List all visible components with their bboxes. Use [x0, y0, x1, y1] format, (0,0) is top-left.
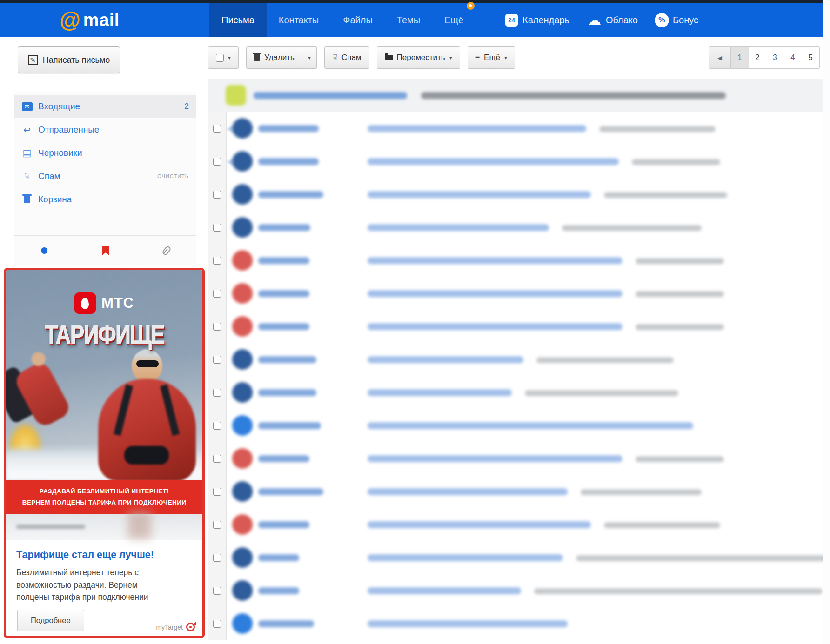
nav-tabs: Письма Контакты Файлы Темы Ещё — [209, 3, 475, 37]
more-label: Ещё — [484, 53, 500, 62]
row-gutter — [208, 244, 227, 277]
list-item[interactable] — [208, 376, 823, 409]
row-checkbox[interactable] — [213, 389, 221, 397]
row-checkbox[interactable] — [213, 587, 221, 595]
row-gutter — [208, 607, 227, 640]
tab-letters[interactable]: Письма — [209, 3, 267, 37]
list-item[interactable]: ◀ — [208, 145, 823, 178]
row-checkbox[interactable] — [213, 554, 221, 562]
subject-blurred — [421, 92, 726, 99]
preview-blurred — [581, 489, 702, 495]
row-checkbox[interactable] — [213, 356, 221, 364]
percent-icon: % — [656, 14, 668, 27]
row-checkbox[interactable] — [213, 455, 221, 463]
scrollbar-track[interactable] — [823, 0, 830, 644]
row-checkbox[interactable] — [213, 158, 221, 166]
folder-drafts[interactable]: ▤ Черновики — [14, 141, 196, 165]
row-gutter — [208, 211, 227, 244]
list-item[interactable] — [208, 409, 823, 442]
move-button[interactable]: Переместить ▾ — [377, 46, 460, 69]
avatar — [226, 85, 246, 106]
tab-more-label: Ещё — [444, 15, 463, 25]
row-checkbox[interactable] — [213, 191, 221, 199]
ad-banner[interactable]: МТС ТАРИФИЩЕ РАЗДАВАЙ БЕЗЛИМИТНЫЙ ИНТЕРН… — [4, 268, 205, 638]
list-item[interactable]: ◀ — [208, 112, 823, 145]
page-2[interactable]: 2 — [749, 47, 766, 68]
row-checkbox[interactable] — [213, 488, 221, 496]
row-checkbox[interactable] — [213, 224, 221, 232]
folder-inbox[interactable]: ✉ Входящие 2 — [14, 95, 196, 118]
list-item[interactable] — [208, 508, 823, 541]
drafts-icon: ▤ — [21, 147, 33, 159]
list-item[interactable] — [208, 541, 823, 574]
more-button[interactable]: ≡ Ещё ▾ — [468, 46, 515, 69]
tab-files[interactable]: Файлы — [331, 3, 385, 37]
tab-contacts[interactable]: Контакты — [267, 3, 331, 37]
row-checkbox[interactable] — [213, 257, 221, 265]
subject-blurred — [368, 521, 591, 528]
page-1[interactable]: 1 — [731, 47, 749, 68]
subject-blurred — [368, 455, 622, 462]
tab-more[interactable]: Ещё — [432, 3, 475, 37]
tab-themes[interactable]: Темы — [385, 3, 432, 37]
unread-filter-icon[interactable] — [41, 247, 47, 254]
row-checkbox[interactable] — [213, 323, 221, 331]
preview-blurred — [562, 225, 702, 231]
sender-blurred — [258, 521, 309, 528]
row-checkbox[interactable] — [213, 422, 221, 430]
row-checkbox[interactable] — [213, 521, 221, 529]
page-3[interactable]: 3 — [766, 47, 784, 68]
preview-blurred — [536, 357, 674, 363]
list-item[interactable] — [208, 211, 823, 244]
list-item[interactable] — [208, 79, 823, 112]
list-item[interactable] — [208, 310, 823, 343]
ad-headline[interactable]: Тарифище стал еще лучше! — [16, 549, 192, 561]
row-checkbox[interactable] — [213, 620, 221, 628]
sender-blurred — [258, 389, 316, 396]
list-item[interactable] — [208, 574, 823, 607]
list-item[interactable] — [208, 277, 823, 310]
page-4[interactable]: 4 — [784, 47, 802, 68]
compose-button[interactable]: ✎ Написать письмо — [18, 46, 120, 73]
list-item[interactable] — [208, 607, 823, 640]
sender-blurred — [258, 455, 309, 462]
subject-blurred — [368, 554, 563, 561]
list-item[interactable] — [208, 442, 823, 475]
list-item[interactable] — [208, 343, 823, 376]
list-item[interactable] — [208, 244, 823, 277]
nav-bonus[interactable]: % Бонус — [656, 14, 698, 27]
spam-button[interactable]: ☟ Спам — [324, 46, 369, 69]
ad-disclaimer-blur — [16, 525, 85, 529]
flag-filter-icon[interactable] — [102, 246, 109, 256]
subject-blurred — [368, 620, 568, 627]
delete-button[interactable]: Удалить — [246, 46, 302, 69]
folder-spam[interactable]: ☟ Спам ОЧИСТИТЬ — [14, 165, 196, 188]
avatar — [232, 184, 253, 205]
select-all-button[interactable]: ▾ — [208, 46, 239, 69]
ad-details-button[interactable]: Подробнее — [17, 610, 84, 631]
spam-clear-link[interactable]: ОЧИСТИТЬ — [157, 173, 189, 179]
page-5[interactable]: 5 — [802, 47, 819, 68]
sender-blurred — [258, 290, 309, 297]
avatar — [232, 613, 253, 634]
compose-icon: ✎ — [28, 55, 38, 65]
attachment-filter-icon[interactable] — [161, 245, 172, 256]
sender-blurred — [258, 620, 314, 627]
subject-blurred — [368, 290, 622, 297]
row-checkbox[interactable] — [213, 125, 221, 133]
row-checkbox[interactable] — [213, 290, 221, 298]
prev-page-button[interactable]: ◀ — [709, 46, 731, 69]
nav-cloud[interactable]: ☁ Облако — [587, 14, 638, 27]
delete-options-button[interactable]: ▾ — [302, 46, 317, 69]
preview-blurred — [576, 555, 823, 561]
avatar — [232, 514, 253, 535]
folder-trash[interactable]: Корзина — [14, 188, 196, 211]
preview-blurred — [604, 192, 727, 198]
list-item[interactable] — [208, 178, 823, 211]
mts-egg-icon — [74, 292, 96, 314]
mail-logo[interactable]: @ mail — [60, 7, 120, 33]
nav-calendar[interactable]: 24 Календарь — [505, 14, 569, 27]
folder-sent[interactable]: ↩ Отправленные — [14, 118, 196, 141]
list-item[interactable] — [208, 475, 823, 508]
mytarget-attribution[interactable]: myTarget — [156, 623, 195, 631]
